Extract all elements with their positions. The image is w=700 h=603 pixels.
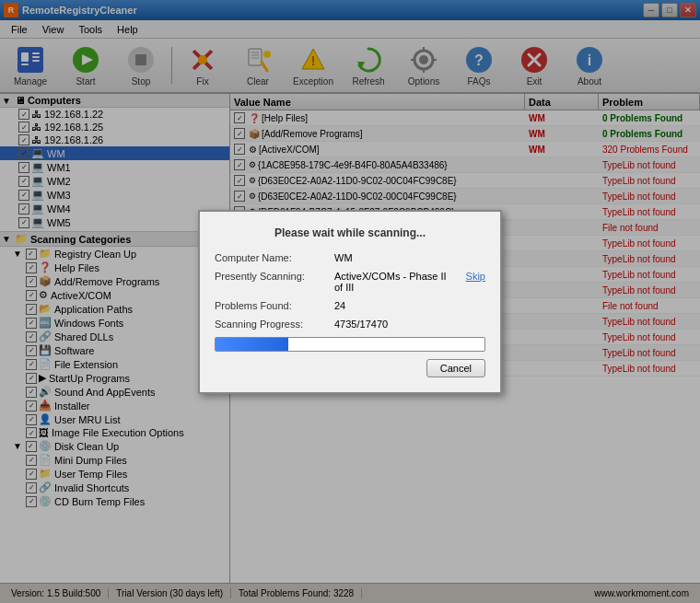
scan-dialog: Please wait while scanning... Computer N… (198, 210, 502, 394)
dialog-problems-row: Problems Found: 24 (215, 300, 485, 311)
dialog-overlay: Please wait while scanning... Computer N… (0, 0, 700, 603)
problems-found-value: 24 (334, 300, 485, 311)
dialog-computer-row: Computer Name: WM (215, 252, 485, 263)
dialog-buttons: Cancel (215, 359, 485, 377)
progress-bar-container (215, 337, 485, 352)
scanning-progress-label: Scanning Progress: (215, 319, 334, 330)
dialog-progress-row: Scanning Progress: 4735/17470 (215, 319, 485, 330)
presently-scanning-value: ActiveX/COMs - Phase II of III (334, 271, 457, 293)
computer-name-value: WM (334, 252, 485, 263)
dialog-title: Please wait while scanning... (215, 226, 485, 239)
cancel-button[interactable]: Cancel (426, 359, 485, 377)
presently-scanning-label: Presently Scanning: (215, 271, 334, 293)
scanning-progress-value: 4735/17470 (334, 319, 485, 330)
computer-name-label: Computer Name: (215, 252, 334, 263)
problems-found-label: Problems Found: (215, 300, 334, 311)
progress-bar-fill (216, 338, 288, 351)
dialog-scanning-row: Presently Scanning: ActiveX/COMs - Phase… (215, 271, 485, 293)
skip-link[interactable]: Skip (466, 271, 485, 293)
